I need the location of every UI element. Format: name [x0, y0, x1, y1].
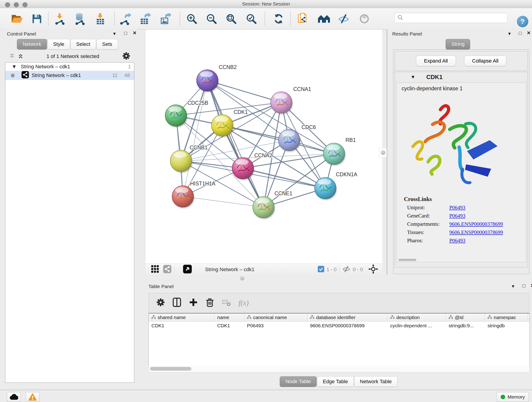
fx-icon[interactable]: f(x): [239, 299, 249, 307]
grid-view-icon[interactable]: [151, 265, 159, 274]
tab-network-table[interactable]: Network Table: [354, 376, 398, 387]
network-node-CCNA1[interactable]: [271, 92, 293, 114]
network-node-CCNB1[interactable]: [170, 150, 192, 172]
table-cell[interactable]: stringdb:9...: [446, 323, 485, 328]
trash-icon[interactable]: [206, 298, 214, 308]
network-canvas[interactable]: CCNB2CCNA1CDC25BCDK1CDC6RB1CCNB1CCNA2CDK…: [146, 30, 382, 264]
zoom-in-icon[interactable]: [186, 13, 197, 25]
column-header-database-identifier[interactable]: database identifier: [307, 313, 387, 321]
table-cell[interactable]: 9606.ENSP00000378699: [307, 323, 387, 328]
crosslink-link[interactable]: 9606.ENSP00000378699: [449, 221, 503, 227]
share-view-icon[interactable]: [163, 265, 171, 274]
expand-all-button[interactable]: Expand All: [416, 56, 456, 66]
help-icon[interactable]: ?: [517, 16, 528, 27]
results-panel-collapse-icon[interactable]: ▾: [508, 31, 511, 36]
tab-sets[interactable]: Sets: [96, 39, 118, 50]
memory-button[interactable]: Memory: [497, 392, 529, 402]
collapse-all-button[interactable]: Collapse All: [464, 56, 507, 66]
crosslink-link[interactable]: P06493: [449, 205, 465, 211]
tab-node-table[interactable]: Node Table: [280, 376, 317, 387]
import-database-icon[interactable]: [73, 13, 86, 25]
network-edge-CCNB2-CCNA1[interactable]: [207, 80, 281, 102]
split-columns-icon[interactable]: [172, 298, 181, 308]
cloud-button[interactable]: [7, 392, 21, 402]
expand-all-chevron-icon[interactable]: [18, 53, 23, 60]
tab-edge-table[interactable]: Edge Table: [317, 376, 354, 387]
control-panel-float-icon[interactable]: □: [124, 31, 127, 36]
crosslink-link[interactable]: P06493: [449, 238, 465, 244]
import-network-icon[interactable]: [54, 13, 65, 25]
table-panel-collapse-icon[interactable]: ▾: [512, 284, 514, 289]
network-node-RB1[interactable]: [323, 143, 345, 166]
table-cell[interactable]: cyclin-dependent ...: [387, 323, 446, 328]
import-table-icon[interactable]: [94, 13, 106, 25]
network-node-HIST1H1A[interactable]: [172, 186, 194, 208]
column-header-namespac[interactable]: namespac: [485, 313, 528, 321]
column-header-description[interactable]: description: [387, 313, 446, 321]
selected-checkbox-icon[interactable]: [318, 266, 324, 274]
entry-expander-icon[interactable]: ▼: [411, 74, 415, 80]
network-node-CDC6[interactable]: [278, 129, 300, 152]
results-panel-float-icon[interactable]: □: [519, 31, 522, 36]
refresh-layout-icon[interactable]: [273, 13, 285, 25]
table-panel-float-icon[interactable]: □: [522, 283, 525, 288]
tab-string[interactable]: String: [446, 39, 470, 50]
show-graphics-icon[interactable]: [359, 13, 370, 24]
network-node-CDK1[interactable]: [211, 115, 234, 137]
search-box[interactable]: [394, 13, 507, 23]
title-bar[interactable]: Session: New Session: [0, 0, 532, 8]
delete-table-icon[interactable]: [222, 298, 231, 307]
export-table-icon[interactable]: [139, 13, 151, 25]
control-panel-close-icon[interactable]: ×: [133, 30, 136, 36]
tree-expander-icon[interactable]: ▼: [12, 64, 17, 70]
export-image-icon[interactable]: [159, 13, 171, 25]
table-cell[interactable]: CDK1: [149, 323, 215, 328]
table-row[interactable]: CDK1CDK1P064939606.ENSP00000378699cyclin…: [149, 322, 530, 330]
table-cell[interactable]: stringdb: [485, 323, 528, 328]
warning-button[interactable]: [26, 392, 39, 402]
network-edge-CCNB2-CCNE1[interactable]: [207, 80, 264, 207]
eye-slash-icon[interactable]: [342, 266, 351, 274]
network-row[interactable]: String Network – cdk1 11 48: [5, 71, 134, 80]
save-icon[interactable]: [32, 13, 42, 24]
network-node-CCNA2[interactable]: [232, 157, 254, 180]
table-cell[interactable]: P06493: [244, 323, 307, 328]
table-scrollbar-thumb[interactable]: [150, 367, 191, 370]
network-edge-CCNB2-HIST1H1A[interactable]: [183, 80, 207, 196]
column-header-canonical-name[interactable]: canonical name: [244, 313, 307, 321]
results-scrollbar[interactable]: [399, 259, 416, 261]
crosshair-icon[interactable]: [368, 264, 378, 275]
hide-graphics-icon[interactable]: [338, 14, 350, 24]
gear-icon[interactable]: [122, 52, 130, 61]
gear-icon[interactable]: [157, 298, 165, 307]
column-header--id[interactable]: @id: [446, 313, 485, 321]
string-document-icon[interactable]: [297, 12, 310, 25]
tab-network[interactable]: Network: [17, 39, 47, 50]
horizontal-splitter[interactable]: [146, 275, 532, 282]
crosslink-link[interactable]: P06493: [449, 213, 465, 219]
results-panel-close-icon[interactable]: ×: [527, 30, 530, 36]
export-network-icon[interactable]: [119, 13, 132, 25]
column-header-shared-name[interactable]: shared name: [149, 313, 215, 321]
zoom-out-icon[interactable]: [206, 13, 217, 25]
network-node-CDKN1A[interactable]: [315, 177, 336, 200]
table-panel-close-icon[interactable]: ×: [531, 282, 532, 288]
control-panel-collapse-icon[interactable]: ▾: [113, 31, 116, 36]
collapse-all-chevron-icon[interactable]: [9, 53, 15, 60]
network-node-CCNE1[interactable]: [253, 196, 275, 219]
search-input[interactable]: [405, 15, 507, 21]
column-header-name[interactable]: name: [215, 313, 244, 321]
home-network-icon[interactable]: [317, 14, 330, 24]
zoom-fit-icon[interactable]: [225, 13, 237, 25]
splitter-grip[interactable]: [379, 148, 387, 157]
tab-select[interactable]: Select: [70, 39, 96, 50]
network-edge-HIST1H1A-CCNE1[interactable]: [183, 196, 264, 207]
table-scrollbar[interactable]: [148, 366, 530, 372]
network-graph[interactable]: CCNB2CCNA1CDC25BCDK1CDC6RB1CCNB1CCNA2CDK…: [146, 30, 382, 264]
network-node-CDC25B[interactable]: [165, 105, 187, 127]
crosslink-link[interactable]: 9606.ENSP00000378699: [449, 230, 503, 235]
network-collection-row[interactable]: ▼ String Network – cdk1 1: [5, 63, 134, 71]
table-cell[interactable]: CDK1: [215, 323, 244, 328]
zoom-selected-icon[interactable]: [246, 13, 257, 25]
open-folder-icon[interactable]: [11, 13, 23, 24]
